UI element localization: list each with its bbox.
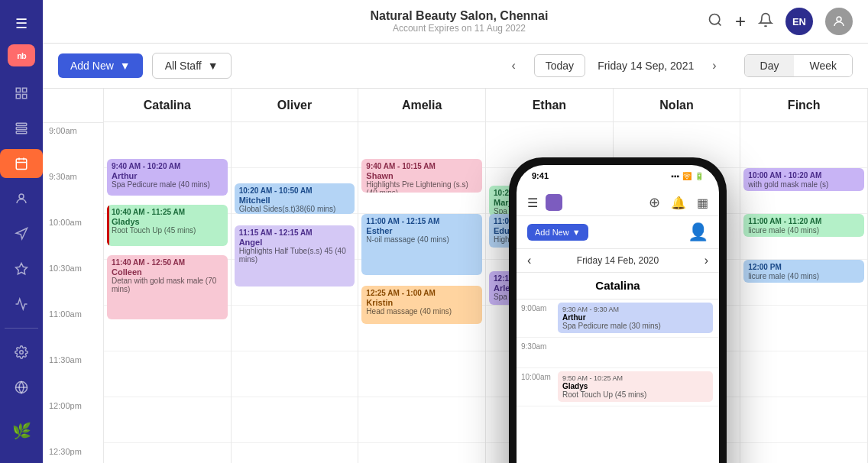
calendar-area: 9:00am 9:30am 10:00am 10:30am 11:00am 11…: [43, 89, 868, 463]
svg-rect-5: [16, 128, 27, 130]
appt-service: Spa Pedicure male (40 mins): [112, 180, 223, 189]
phone-add-new-button[interactable]: Add New ▼: [527, 224, 588, 241]
sidebar-item-reports[interactable]: [0, 290, 43, 319]
appt-time: 12:00 PM: [748, 263, 860, 271]
appt-amelia-2[interactable]: 11:00 AM - 12:15 AM Esther N-oil massage…: [361, 214, 482, 275]
sidebar-item-calendar[interactable]: [0, 149, 43, 178]
staff-filter-button[interactable]: All Staff ▼: [152, 53, 232, 79]
appt-amelia-3[interactable]: 12:25 AM - 1:00 AM Kristin Head massage …: [361, 286, 482, 324]
week-view-button[interactable]: Week: [794, 55, 852, 76]
staff-col-amelia: Amelia: [358, 89, 486, 463]
appt-catalina-2[interactable]: 10:40 AM - 11:25 AM Gladys Root Touch Up…: [107, 205, 228, 246]
staff-filter-chevron-icon: ▼: [208, 60, 219, 72]
appt-oliver-2[interactable]: 11:15 AM - 12:15 AM Angel Highlights Hal…: [235, 225, 355, 287]
phone-date-label: Friday 14 Feb, 2020: [577, 255, 659, 266]
phone-menu-icon[interactable]: ☰: [527, 196, 538, 210]
phone-appt-1-client: Arthur: [562, 313, 708, 322]
today-button[interactable]: Today: [534, 54, 585, 77]
phone-battery-icon: 🔋: [695, 172, 704, 180]
appt-finch-2[interactable]: 11:00 AM - 11:20 AM licure male (40 mins…: [743, 214, 864, 237]
phone-prev-icon[interactable]: ‹: [527, 254, 531, 267]
svg-rect-4: [16, 123, 27, 125]
appt-time: 10:20 AM - 10:50 AM: [239, 186, 351, 195]
staff-header-catalina: Catalina: [104, 89, 231, 122]
appt-finch-3[interactable]: 12:00 PM licure male (40 mins): [743, 260, 864, 283]
appt-time: 10:00 AM - 10:20 AM: [748, 171, 860, 180]
phone-signal-icon: ▪▪▪: [671, 172, 679, 180]
next-date-button[interactable]: ›: [703, 54, 725, 77]
appt-service: N-oil massage (40 mins): [366, 235, 478, 244]
sidebar-divider: [5, 328, 39, 329]
time-slot-930: 9:30am: [43, 169, 103, 215]
time-slot-1100: 11:00am: [43, 306, 103, 352]
phone-person-icon[interactable]: 👤: [688, 222, 708, 242]
time-slot-900: 9:00am: [43, 123, 103, 169]
phone-appt-2[interactable]: 9:50 AM - 10:25 AM Gladys Root Touch Up …: [558, 371, 713, 402]
add-new-button[interactable]: Add New ▼: [58, 53, 143, 78]
bell-icon[interactable]: [758, 12, 773, 31]
phone-time-930: 9:30am: [517, 338, 556, 355]
svg-rect-3: [16, 95, 20, 99]
appt-client: Kristin: [366, 298, 478, 307]
appt-service: Root Touch Up (45 mins): [112, 226, 223, 235]
calendar-wrapper: 9:00am 9:30am 10:00am 10:30am 11:00am 11…: [43, 89, 868, 463]
sidebar-item-marketing[interactable]: [0, 219, 43, 248]
phone-appt-2-time: 9:50 AM - 10:25 AM: [562, 374, 708, 382]
sidebar-item-reviews[interactable]: [0, 254, 43, 283]
staff-body-amelia: 9:40 AM - 10:15 AM Shawn Highlights Pre …: [358, 122, 485, 463]
prev-date-button[interactable]: ‹: [502, 54, 524, 77]
user-avatar[interactable]: [825, 8, 853, 35]
svg-rect-6: [16, 131, 27, 134]
phone-wifi-icon: 🛜: [682, 172, 691, 180]
sidebar-item-translate[interactable]: [0, 373, 43, 402]
svg-rect-7: [16, 159, 27, 170]
add-new-label: Add New: [70, 60, 114, 72]
time-slot-1130: 11:30am: [43, 352, 103, 398]
appt-oliver-1[interactable]: 10:20 AM - 10:50 AM Mitchell Global Side…: [235, 183, 355, 214]
appt-service: Detan with gold mask male (70 mins): [112, 277, 223, 293]
sidebar-item-clients[interactable]: [0, 184, 43, 213]
appt-client: Shawn: [366, 171, 478, 180]
staff-body-finch: 10:00 AM - 10:20 AM with gold mask male …: [740, 122, 867, 463]
phone-next-icon[interactable]: ›: [704, 254, 708, 267]
menu-icon[interactable]: ☰: [9, 9, 34, 38]
time-slot-1000: 10:00am: [43, 215, 103, 261]
appt-client: Mitchell: [239, 196, 351, 205]
staff-header-finch: Finch: [740, 89, 867, 122]
search-icon[interactable]: [708, 12, 723, 31]
time-slot-1200: 12:00pm: [43, 398, 103, 444]
svg-rect-2: [23, 95, 27, 99]
appt-time: 10:40 AM - 11:25 AM: [112, 208, 223, 216]
phone-mockup: 9:41 ▪▪▪ 🛜 🔋 ☰: [509, 157, 727, 463]
phone-time: 9:41: [532, 171, 549, 180]
staff-body-catalina: 9:40 AM - 10:20 AM Arthur Spa Pedicure m…: [104, 122, 231, 463]
appt-amelia-1[interactable]: 9:40 AM - 10:15 AM Shawn Highlights Pre …: [361, 159, 482, 193]
appt-catalina-3[interactable]: 11:40 AM - 12:50 AM Colleen Detan with g…: [107, 255, 228, 319]
add-icon[interactable]: +: [735, 11, 746, 32]
phone-appt-1[interactable]: 9:30 AM - 9:30 AM Arthur Spa Pedicure ma…: [558, 303, 713, 333]
appt-time: 11:00 AM - 12:15 AM: [366, 217, 478, 225]
phone-plus-icon[interactable]: ⊕: [649, 194, 660, 211]
sidebar-item-list[interactable]: [0, 114, 43, 143]
salon-name: Natural Beauty Salon, Chennai: [371, 9, 549, 23]
time-slot-1030: 10:30am: [43, 261, 103, 306]
svg-rect-0: [16, 88, 20, 92]
phone-staff-name: Catalina: [595, 279, 640, 292]
phone-appt-1-time: 9:30 AM - 9:30 AM: [562, 306, 708, 313]
appt-client: Arthur: [112, 171, 223, 180]
staff-header-amelia: Amelia: [358, 89, 485, 122]
user-initials[interactable]: EN: [785, 8, 813, 35]
sidebar-item-dashboard[interactable]: [0, 79, 43, 108]
svg-point-18: [837, 17, 841, 21]
phone-grid-icon[interactable]: ▦: [697, 196, 708, 210]
phone-appt-930: [556, 338, 719, 344]
appt-time: 9:40 AM - 10:15 AM: [366, 162, 478, 170]
sidebar-item-settings[interactable]: [0, 338, 43, 367]
appt-finch-1[interactable]: 10:00 AM - 10:20 AM with gold mask male …: [743, 168, 864, 191]
appt-catalina-1[interactable]: 9:40 AM - 10:20 AM Arthur Spa Pedicure m…: [107, 159, 228, 196]
day-view-button[interactable]: Day: [745, 55, 795, 76]
sidebar-item-leaf[interactable]: 🌿: [5, 414, 39, 448]
appt-time: 11:00 AM - 11:20 AM: [748, 217, 860, 225]
phone-appt-1000: 9:50 AM - 10:25 AM Gladys Root Touch Up …: [556, 368, 719, 405]
phone-bell-icon[interactable]: 🔔: [671, 196, 686, 210]
